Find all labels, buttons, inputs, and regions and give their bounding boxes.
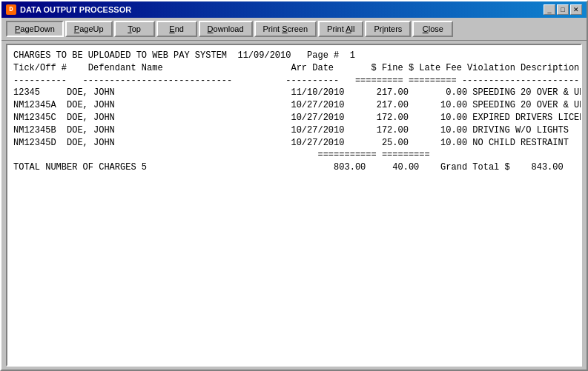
pageup-button[interactable]: PageUp <box>65 21 113 37</box>
printall-button[interactable]: Print All <box>318 21 363 37</box>
report-row-4: NM12345B DOE, JOHN 10/27/2010 172.00 10.… <box>13 124 575 137</box>
close-window-button[interactable]: ✕ <box>570 4 582 15</box>
end-button[interactable]: End <box>156 21 197 37</box>
app-icon-glyph: D <box>9 6 13 13</box>
minimize-button[interactable]: _ <box>544 4 555 15</box>
title-bar: D DATA OUTPUT PROCESSOR _ □ ✕ <box>1 1 587 18</box>
report-row-2: NM12345A DOE, JOHN 10/27/2010 217.00 10.… <box>13 99 575 112</box>
close-icon: ✕ <box>573 6 579 13</box>
minimize-icon: _ <box>547 6 551 13</box>
app-icon: D <box>6 4 16 15</box>
maximize-button[interactable]: □ <box>557 4 569 15</box>
report-row-5: NM12345D DOE, JOHN 10/27/2010 25.00 10.0… <box>13 137 575 150</box>
top-button[interactable]: Top <box>114 21 155 37</box>
main-window: D DATA OUTPUT PROCESSOR _ □ ✕ PageDown P… <box>0 0 588 371</box>
report-header2: Tick/Off # Defendant Name Arr Date $ Fin… <box>13 62 575 75</box>
report-content[interactable]: CHARGES TO BE UPLOADED TO WEB PAY SYSTEM… <box>6 44 582 367</box>
printers-button[interactable]: Printers <box>365 21 411 37</box>
totals-line: TOTAL NUMBER OF CHARGES 5 803.00 40.00 G… <box>13 161 575 174</box>
report-row-3: NM12345C DOE, JOHN 10/27/2010 172.00 10.… <box>13 112 575 124</box>
report-row-1: 12345 DOE, JOHN 11/10/2010 217.00 0.00 S… <box>13 87 575 99</box>
title-bar-left: D DATA OUTPUT PROCESSOR <box>6 4 131 15</box>
maximize-icon: □ <box>561 6 564 13</box>
report-separator: ---------- ---------------------------- … <box>13 75 575 87</box>
pagedown-button[interactable]: PageDown <box>6 21 64 37</box>
printscreen-button[interactable]: Print Screen <box>254 21 317 37</box>
report-header1: CHARGES TO BE UPLOADED TO WEB PAY SYSTEM… <box>13 50 575 62</box>
totals-separator: =========== ========= <box>13 149 575 161</box>
close-button[interactable]: Close <box>412 21 453 37</box>
toolbar: PageDown PageUp Top End Download Print S… <box>1 18 587 41</box>
window-title: DATA OUTPUT PROCESSOR <box>20 5 131 14</box>
window-controls: _ □ ✕ <box>544 4 582 15</box>
download-button[interactable]: Download <box>199 21 253 37</box>
